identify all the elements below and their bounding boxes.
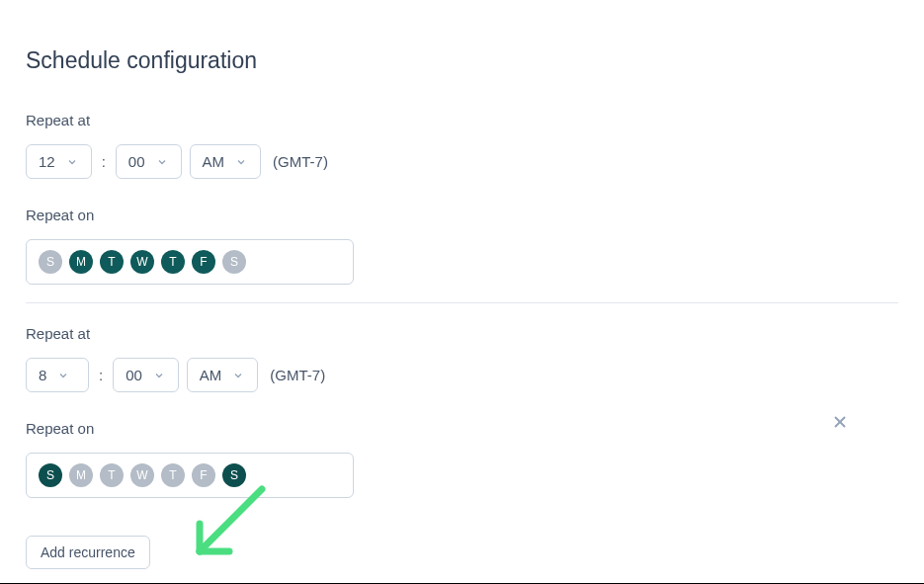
chevron-down-icon [152,369,166,382]
chevron-down-icon [155,155,169,169]
time-separator: : [102,153,106,170]
repeat-on-label: Repeat on [26,420,898,437]
recurrence-block: Repeat at 8 : 00 AM (GMT-7) [26,325,898,498]
minute-value: 00 [126,367,142,383]
days-selector: S M T W T F S [26,239,354,285]
day-toggle-fri[interactable]: F [192,463,215,487]
recurrence-block: Repeat at 12 : 00 AM (GMT-7) [26,112,898,285]
timezone-label: (GMT-7) [270,367,325,383]
day-toggle-mon[interactable]: M [69,463,93,487]
day-toggle-sun[interactable]: S [39,250,62,274]
day-toggle-tue[interactable]: T [100,250,124,274]
day-toggle-thu[interactable]: T [161,463,185,487]
time-separator: : [99,367,103,383]
repeat-on-label: Repeat on [26,207,898,223]
minute-select[interactable]: 00 [116,144,182,179]
repeat-at-label: Repeat at [26,325,898,342]
page-title: Schedule configuration [26,47,898,74]
chevron-down-icon [65,155,79,169]
repeat-at-label: Repeat at [26,112,898,128]
period-value: AM [200,367,222,383]
minute-value: 00 [128,153,145,170]
days-selector: S M T W T F S [26,453,354,498]
chevron-down-icon [231,369,245,382]
day-toggle-tue[interactable]: T [100,463,124,487]
close-icon[interactable] [831,413,849,436]
day-toggle-sat[interactable]: S [222,250,246,274]
period-select[interactable]: AM [190,144,262,179]
time-row: 12 : 00 AM (GMT-7) [26,144,898,179]
hour-value: 8 [39,367,46,383]
chevron-down-icon [234,155,248,169]
hour-value: 12 [39,153,55,170]
day-toggle-wed[interactable]: W [130,463,154,487]
period-value: AM [203,153,225,170]
svg-line-2 [200,489,262,551]
add-recurrence-button[interactable]: Add recurrence [26,536,150,569]
day-toggle-fri[interactable]: F [192,250,215,274]
timezone-label: (GMT-7) [273,153,328,170]
hour-select[interactable]: 8 [26,358,89,392]
divider [26,302,898,303]
time-row: 8 : 00 AM (GMT-7) [26,358,898,392]
day-toggle-sun[interactable]: S [39,463,62,487]
minute-select[interactable]: 00 [113,358,179,392]
hour-select[interactable]: 12 [26,144,92,179]
period-select[interactable]: AM [187,358,259,392]
day-toggle-sat[interactable]: S [222,463,246,487]
day-toggle-mon[interactable]: M [69,250,93,274]
day-toggle-wed[interactable]: W [130,250,154,274]
chevron-down-icon [56,369,70,382]
day-toggle-thu[interactable]: T [161,250,185,274]
